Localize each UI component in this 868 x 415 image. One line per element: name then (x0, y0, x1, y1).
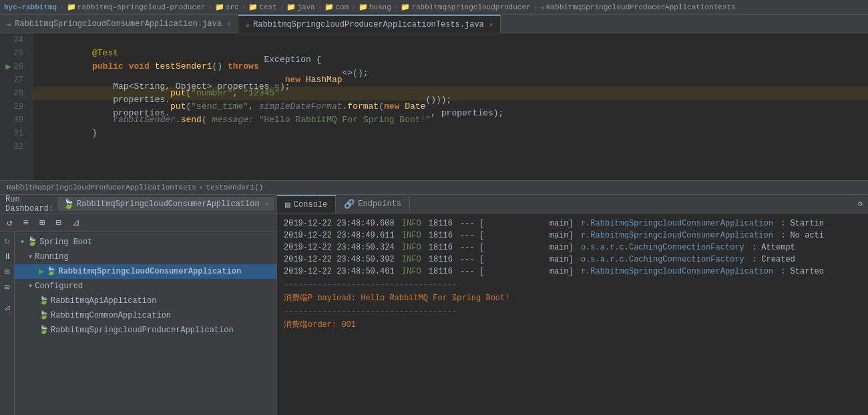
breadcrumb-item[interactable]: huang (369, 3, 391, 11)
stop-all-button[interactable]: ≡ (20, 216, 31, 230)
breadcrumb-item[interactable]: test (259, 3, 276, 11)
tree-springboot-group[interactable]: ▾ 🍃 Spring Boot (15, 235, 276, 250)
tree-item-label: Configured (35, 279, 83, 294)
tab-endpoints[interactable]: 🔗 Endpoints (336, 195, 410, 213)
code-breadcrumb: RabbitmqSpringcloudProducerApplicationTe… (0, 180, 868, 195)
code-breadcrumb-method[interactable]: testSender1() (206, 180, 263, 195)
tree-app-label: RabbitmqApiApplication (51, 294, 156, 308)
tab-label: RabbitmqSpringcloudConsumerApplication.j… (15, 19, 222, 29)
run-app-tab-label: RabbitmqSpringcloudConsumerApplication (77, 199, 260, 209)
tree-producer-app[interactable]: 🍃 RabbitmqSpringcloudProducerApplication (15, 323, 276, 338)
run-gutter-icon[interactable]: ▶ (5, 60, 11, 73)
tab-java-icon: ☕ (7, 19, 11, 29)
expand-icon[interactable]: ⊞ (5, 267, 9, 277)
console-tab-label: Console (294, 200, 327, 210)
breadcrumb-item[interactable]: RabbitmqSpringcloudProducerApplicationTe… (546, 3, 736, 11)
line-31: 31 (0, 127, 27, 140)
tab-consumer[interactable]: ☕ RabbitmqSpringcloudConsumerApplication… (0, 15, 238, 33)
tab-label: RabbitmqSpringcloudProducerApplicationTe… (253, 20, 484, 29)
code-line-24 (33, 33, 868, 47)
consumer-msg-1: 消费端P bayload: Hello RabbitMQ For Spring … (284, 292, 861, 304)
chevron-down-icon: ▾ (28, 279, 33, 294)
tab-java-icon: ☕ (245, 19, 250, 29)
settings-icon: ⚙ (858, 199, 863, 209)
collapse-icon[interactable]: ⊟ (5, 282, 9, 292)
line-25: 25 (0, 47, 27, 60)
breadcrumb-folder-icon: 📁 (67, 3, 76, 11)
tree-app-label: RabbitmqSpringcloudConsumerApplication (58, 264, 241, 279)
breadcrumb-file-icon: ☕ (540, 3, 545, 11)
console-output: 2019-12-22 23:48:49.608 INFO 18116 --- [… (277, 214, 868, 415)
spring-app-icon: 🍃 (46, 264, 56, 279)
filter-icon[interactable]: ⊿ (4, 303, 11, 313)
run-app-tab[interactable]: 🍃 RabbitmqSpringcloudConsumerApplication… (57, 197, 274, 211)
log-line-1: 2019-12-22 23:48:49.608 INFO 18116 --- [… (284, 218, 861, 230)
tab-console[interactable]: ▤ Console (277, 195, 336, 213)
tab-bar: ☕ RabbitmqSpringcloudConsumerApplication… (0, 15, 868, 33)
breadcrumb-folder-icon: 📁 (401, 3, 410, 11)
console-panel: ▤ Console 🔗 Endpoints ⚙ 2019-12-22 23:48… (277, 195, 868, 415)
console-tab-bar: ▤ Console 🔗 Endpoints ⚙ (277, 195, 868, 214)
tab-close-icon[interactable]: ✕ (489, 21, 493, 29)
tree-configured-group[interactable]: ▾ Configured (15, 279, 276, 294)
tree-api-app[interactable]: 🍃 RabbitmqApiApplication (15, 294, 276, 308)
breadcrumb-item[interactable]: src (226, 3, 239, 11)
chevron-down-icon: ▾ (20, 235, 25, 250)
line-numbers: 24 25 ▶ 26 27 28 29 30 31 32 (0, 33, 33, 180)
code-breadcrumb-class[interactable]: RabbitmqSpringcloudProducerApplicationTe… (7, 180, 196, 195)
breadcrumb-folder-icon: 📁 (248, 3, 258, 11)
line-27: 27 (0, 73, 27, 87)
spring-boot-tree-icon: 🍃 (27, 235, 37, 250)
tab-producer-tests[interactable]: ☕ RabbitmqSpringcloudProducerApplication… (238, 15, 501, 33)
run-tree: ▾ 🍃 Spring Boot ▾ Running ▶ 🍃 RabbitmqSp… (15, 232, 276, 415)
tree-common-app[interactable]: 🍃 RabbitmqCommonApplication (15, 308, 276, 323)
filter-button[interactable]: ⊿ (69, 216, 83, 230)
endpoints-icon: 🔗 (344, 199, 355, 210)
tree-app-label: RabbitmqCommonApplication (51, 308, 171, 323)
chevron-down-icon: ▾ (28, 250, 33, 264)
code-content: @Test public void testSender1() throws E… (33, 33, 868, 180)
code-editor: 24 25 ▶ 26 27 28 29 30 31 32 @Test publi… (0, 33, 868, 180)
run-sidebar: Run Dashboard: 🍃 RabbitmqSpringcloudCons… (0, 195, 277, 415)
collapse-button[interactable]: ⊟ (53, 216, 63, 230)
log-line-5: 2019-12-22 23:48:50.461 INFO 18116 --- [… (284, 266, 861, 278)
console-icon: ▤ (285, 199, 290, 210)
rerun-icon[interactable]: ↻ (4, 235, 9, 246)
spring-app-icon: 🍃 (39, 323, 49, 338)
run-dashboard-title: Run Dashboard: (5, 195, 53, 214)
breadcrumb-folder-icon: 📁 (286, 3, 296, 11)
rerun-button[interactable]: ↺ (4, 216, 15, 230)
breadcrumb-folder-icon: 📁 (324, 3, 334, 11)
code-line-30: rabbitSender.send( message: "Hello Rabbi… (33, 113, 868, 127)
stop-icon[interactable]: ⏸ (3, 252, 11, 262)
tree-app-label: RabbitmqSpringcloudProducerApplication (51, 323, 234, 338)
log-line-3: 2019-12-22 23:48:50.324 INFO 18116 --- [… (284, 242, 861, 254)
log-line-2: 2019-12-22 23:48:49.611 INFO 18116 --- [… (284, 230, 861, 242)
line-26: ▶ 26 (0, 60, 27, 73)
spring-app-icon: 🍃 (39, 308, 49, 323)
console-divider-2: ------------------------------------ (284, 307, 861, 316)
breadcrumb-item[interactable]: rabbitmq-springcloud-producer (77, 3, 205, 11)
line-28: 28 (0, 87, 27, 100)
breadcrumb-item[interactable]: com (335, 3, 349, 11)
run-green-icon: ▶ (39, 264, 44, 279)
line-32: 32 (0, 140, 27, 153)
run-app-tab-close[interactable]: ✕ (265, 200, 269, 208)
tree-item-label: Spring Boot (39, 235, 92, 250)
breadcrumb: hyc-rabbitmq › 📁 rabbitmq-springcloud-pr… (0, 0, 868, 15)
breadcrumb-item[interactable]: hyc-rabbitmq (4, 3, 57, 11)
run-toolbar: ↺ ≡ ⊞ ⊟ ⊿ (0, 214, 276, 232)
tree-consumer-app[interactable]: ▶ 🍃 RabbitmqSpringcloudConsumerApplicati… (15, 264, 276, 279)
console-divider-1: ------------------------------------ (284, 280, 861, 290)
tree-running-group[interactable]: ▾ Running (15, 250, 276, 264)
tree-item-label: Running (35, 250, 68, 264)
spring-boot-icon: 🍃 (63, 198, 74, 210)
expand-button[interactable]: ⊞ (37, 216, 47, 230)
run-dashboard-header: Run Dashboard: 🍃 RabbitmqSpringcloudCons… (0, 195, 276, 214)
consumer-msg-2: 消费端order: 001 (284, 319, 861, 331)
breadcrumb-folder-icon: 📁 (215, 3, 224, 11)
console-settings-button[interactable]: ⚙ (853, 195, 868, 213)
breadcrumb-item[interactable]: rabbitmqspringcloudproducer (411, 3, 530, 11)
tab-close-icon[interactable]: ✕ (227, 20, 231, 28)
breadcrumb-item[interactable]: java (297, 3, 314, 11)
